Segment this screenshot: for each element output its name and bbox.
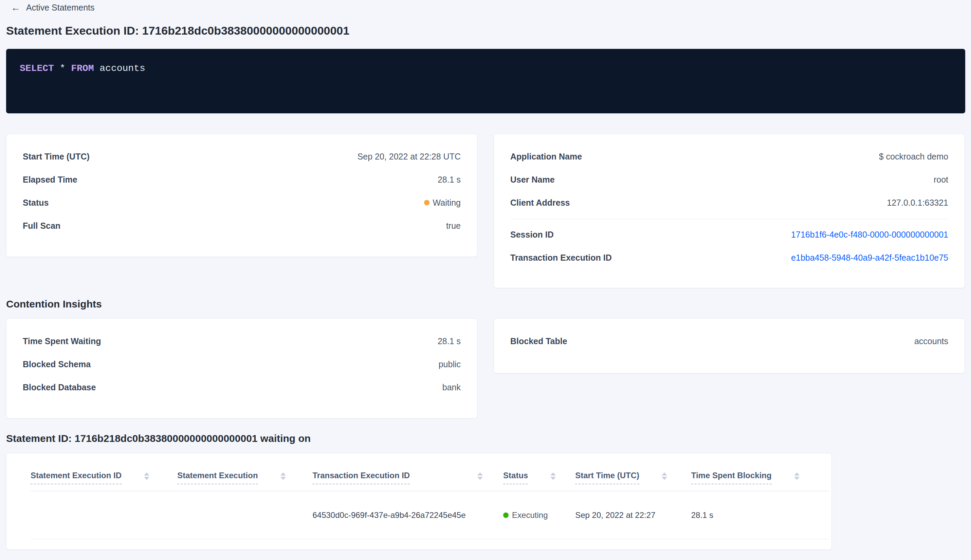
sort-asc-icon [477, 472, 483, 475]
time-spent-waiting-row: Time Spent Waiting 28.1 s [23, 334, 461, 348]
client-address-row: Client Address 127.0.0.1:63321 [510, 196, 948, 209]
time-spent-waiting-label: Time Spent Waiting [23, 336, 101, 346]
back-link[interactable]: ← Active Statements [11, 0, 94, 13]
sort-desc-icon [794, 477, 799, 480]
user-name-row: User Name root [510, 173, 948, 186]
column-header-start-time[interactable]: Start Time (UTC) [575, 470, 691, 484]
column-header-statement-execution-id[interactable]: Statement Execution ID [30, 470, 177, 484]
blocked-schema-row: Blocked Schema public [23, 357, 461, 371]
blocked-schema-label: Blocked Schema [23, 359, 91, 369]
status-badge: Waiting [424, 198, 461, 208]
waiting-status-dot-icon [424, 200, 429, 205]
column-header-status[interactable]: Status [503, 470, 575, 484]
elapsed-time-row: Elapsed Time 28.1 s [23, 173, 461, 186]
column-header-label: Start Time (UTC) [575, 470, 639, 484]
session-id-link[interactable]: 1716b1f6-4e0c-f480-0000-000000000001 [791, 230, 948, 240]
start-time-label: Start Time (UTC) [23, 152, 90, 162]
waiting-on-title: Statement ID: 1716b218dc0b38380000000000… [6, 433, 965, 444]
column-header-label: Statement Execution [177, 470, 258, 484]
page-title: Statement Execution ID: 1716b218dc0b3838… [6, 24, 965, 37]
blocked-table-row: Blocked Table accounts [510, 334, 948, 348]
sort-arrows-icon [551, 472, 556, 480]
statement-execution-details-page: ← Active Statements Statement Execution … [0, 0, 971, 550]
blocked-table-value: accounts [914, 336, 948, 346]
sql-keyword-from: FROM [71, 63, 94, 73]
contention-card-right: Blocked Table accounts [494, 318, 965, 373]
column-header-label: Transaction Execution ID [312, 470, 410, 484]
application-name-row: Application Name $ cockroach demo [510, 150, 948, 163]
sql-keyword-select: SELECT [20, 63, 54, 73]
sort-arrows-icon [662, 472, 667, 480]
sort-arrows-icon [477, 472, 483, 480]
sort-arrows-icon [794, 472, 799, 480]
waiting-on-table: Statement Execution ID Statement Executi… [30, 453, 829, 539]
cell-start-time: Sep 20, 2022 at 22:27 [575, 510, 691, 520]
status-badge: Executing [503, 510, 548, 520]
contention-insights-title: Contention Insights [6, 298, 965, 310]
cell-time-spent-blocking: 28.1 s [691, 510, 829, 520]
column-header-statement-execution[interactable]: Statement Execution [177, 470, 312, 484]
column-header-label: Statement Execution ID [30, 470, 122, 484]
table-header-row: Statement Execution ID Statement Executi… [30, 453, 829, 491]
blocked-database-value: bank [442, 382, 461, 392]
user-name-label: User Name [510, 175, 555, 185]
status-row: Status Waiting [23, 196, 461, 209]
sort-desc-icon [144, 477, 149, 480]
sort-arrows-icon [144, 472, 149, 480]
status-label: Status [23, 198, 48, 208]
sort-arrows-icon [280, 472, 286, 480]
client-address-value: 127.0.0.1:63321 [887, 198, 948, 208]
client-address-label: Client Address [510, 198, 570, 208]
cell-status-value: Executing [512, 510, 548, 520]
sql-statement-box: SELECT * FROM accounts [6, 49, 965, 113]
session-id-row: Session ID 1716b1f6-4e0c-f480-0000-00000… [510, 228, 948, 241]
transaction-execution-id-row: Transaction Execution ID e1bba458-5948-4… [510, 251, 948, 264]
transaction-execution-id-label: Transaction Execution ID [510, 253, 612, 263]
overview-card-right: Application Name $ cockroach demo User N… [494, 134, 965, 288]
contention-cards-row: Time Spent Waiting 28.1 s Blocked Schema… [6, 318, 965, 418]
sort-desc-icon [551, 477, 556, 480]
start-time-row: Start Time (UTC) Sep 20, 2022 at 22:28 U… [23, 150, 461, 163]
blocked-database-row: Blocked Database bank [23, 380, 461, 394]
sort-desc-icon [280, 477, 286, 480]
cell-status: Executing [503, 510, 575, 520]
sort-asc-icon [280, 472, 286, 475]
blocked-schema-value: public [439, 359, 461, 369]
cell-transaction-execution-id: 64530d0c-969f-437e-a9b4-26a72245e45e [312, 510, 503, 520]
sort-asc-icon [794, 472, 799, 475]
sort-desc-icon [662, 477, 667, 480]
blocked-table-label: Blocked Table [510, 336, 567, 346]
full-scan-value: true [446, 221, 461, 231]
transaction-execution-id-link[interactable]: e1bba458-5948-40a9-a42f-5feac1b10e75 [791, 253, 948, 263]
table-row: 64530d0c-969f-437e-a9b4-26a72245e45e Exe… [30, 491, 829, 539]
sql-star: * [54, 63, 71, 73]
time-spent-waiting-value: 28.1 s [438, 336, 461, 346]
executing-status-dot-icon [503, 512, 509, 518]
card-divider [510, 219, 948, 219]
sort-asc-icon [551, 472, 556, 475]
user-name-value: root [934, 175, 948, 185]
status-value: Waiting [433, 198, 461, 208]
session-id-label: Session ID [510, 230, 554, 240]
sort-asc-icon [662, 472, 667, 475]
elapsed-time-value: 28.1 s [438, 175, 461, 185]
overview-cards-row: Start Time (UTC) Sep 20, 2022 at 22:28 U… [6, 134, 965, 288]
full-scan-label: Full Scan [23, 221, 60, 231]
start-time-value: Sep 20, 2022 at 22:28 UTC [357, 152, 461, 162]
full-scan-row: Full Scan true [23, 219, 461, 232]
sort-asc-icon [144, 472, 149, 475]
column-header-label: Status [503, 470, 528, 484]
back-arrow-icon: ← [11, 3, 20, 13]
overview-card-left: Start Time (UTC) Sep 20, 2022 at 22:28 U… [6, 134, 477, 257]
application-name-value: $ cockroach demo [879, 152, 948, 162]
column-header-transaction-execution-id[interactable]: Transaction Execution ID [312, 470, 503, 484]
waiting-on-table-card: Statement Execution ID Statement Executi… [6, 453, 832, 550]
column-header-time-spent-blocking[interactable]: Time Spent Blocking [691, 470, 829, 484]
elapsed-time-label: Elapsed Time [23, 175, 77, 185]
column-header-label: Time Spent Blocking [691, 470, 772, 484]
application-name-label: Application Name [510, 152, 582, 162]
blocked-database-label: Blocked Database [23, 382, 96, 392]
contention-card-left: Time Spent Waiting 28.1 s Blocked Schema… [6, 318, 477, 418]
sql-table-name: accounts [94, 63, 145, 73]
sort-desc-icon [477, 477, 483, 480]
